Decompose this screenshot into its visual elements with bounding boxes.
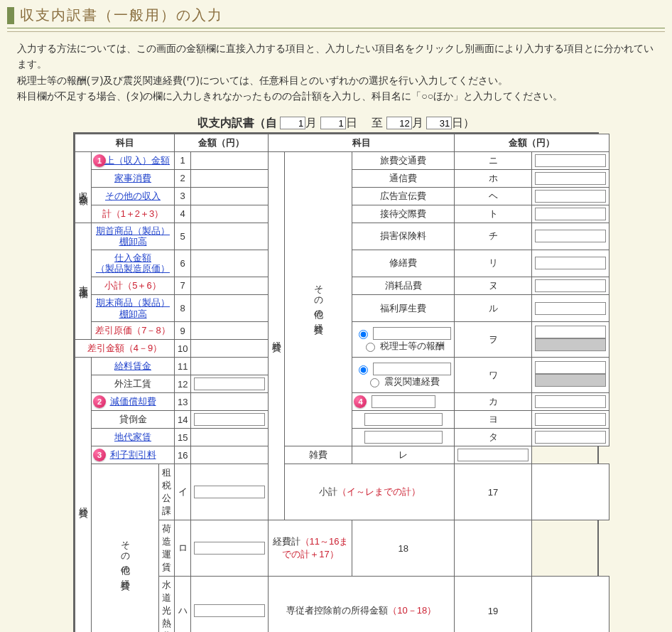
month-from[interactable] bbox=[280, 117, 305, 129]
amount-input[interactable] bbox=[535, 154, 606, 167]
page-title: 収支内訳書（一般用）の入力 bbox=[20, 6, 223, 25]
badge-2: 2 bbox=[93, 395, 106, 408]
amount-input[interactable] bbox=[535, 395, 606, 408]
disabled-amount bbox=[535, 374, 606, 387]
section-cogs: 売上原価 bbox=[75, 223, 92, 340]
date-line: 収支内訳書（自 月 日 至 月 日） bbox=[0, 116, 672, 131]
amount-input[interactable] bbox=[194, 604, 265, 617]
amount-input[interactable] bbox=[535, 431, 606, 444]
amount-input[interactable] bbox=[535, 190, 606, 203]
item-kajishohi[interactable]: 家事消費 bbox=[114, 173, 151, 183]
disabled-amount bbox=[535, 338, 606, 351]
amount-input[interactable] bbox=[535, 413, 606, 426]
amount-input[interactable] bbox=[194, 377, 265, 390]
breakdown-table: 科目 金額（円） 科目 金額（円） 収入金額 1売上（収入）金額 1 経費 その… bbox=[75, 134, 609, 632]
item-shiire[interactable]: 仕入金額（製品製造原価） bbox=[96, 252, 170, 274]
item-kyuryo[interactable]: 給料賃金 bbox=[114, 360, 151, 371]
amount-input[interactable] bbox=[535, 279, 606, 292]
item-genka[interactable]: 減価償却費 bbox=[110, 396, 156, 407]
amount-input[interactable] bbox=[535, 302, 606, 315]
section-other-expense-left: その他の経費 bbox=[92, 464, 159, 632]
amount-input[interactable] bbox=[535, 172, 606, 185]
badge-3: 3 bbox=[93, 449, 106, 461]
section-other-expense-right: その他の経費 bbox=[285, 151, 352, 446]
item-kimatsu[interactable]: 期末商品（製品）棚卸高 bbox=[96, 297, 170, 319]
amount-input[interactable] bbox=[535, 208, 606, 220]
item-jidai[interactable]: 地代家賃 bbox=[114, 432, 151, 442]
day-from[interactable] bbox=[320, 117, 346, 129]
day-to[interactable] bbox=[426, 117, 452, 129]
amount-input[interactable] bbox=[194, 413, 265, 426]
amount-input[interactable] bbox=[194, 486, 265, 498]
title-mark bbox=[7, 7, 14, 24]
section-expense-right: 経費 bbox=[269, 151, 285, 520]
custom-item-ta[interactable] bbox=[364, 431, 443, 444]
amount-input[interactable] bbox=[535, 361, 606, 374]
item-other-income[interactable]: その他の収入 bbox=[105, 191, 161, 201]
item-sales[interactable]: 売上（収入）金額 bbox=[96, 155, 170, 166]
custom-item-wo[interactable] bbox=[373, 327, 451, 340]
month-to[interactable] bbox=[386, 117, 412, 129]
amount-input[interactable] bbox=[535, 326, 606, 338]
custom-item-ka[interactable] bbox=[372, 395, 435, 408]
item-kishu[interactable]: 期首商品（製品）棚卸高 bbox=[96, 225, 170, 247]
amount-input[interactable] bbox=[535, 257, 606, 269]
badge-1: 1 bbox=[93, 154, 106, 167]
section-income: 収入金額 bbox=[75, 151, 92, 223]
intro-text: 入力する方法については、この画面の金額欄に直接入力する項目と、入力したい項目名を… bbox=[0, 41, 672, 116]
radio-shinsai[interactable] bbox=[370, 378, 379, 387]
radio-custom-wa[interactable] bbox=[359, 365, 368, 375]
badge-4: 4 bbox=[354, 395, 367, 408]
amount-input[interactable] bbox=[535, 230, 606, 242]
radio-custom-wo[interactable] bbox=[359, 330, 368, 339]
section-expense-left: 経費 bbox=[75, 358, 92, 632]
amount-input[interactable] bbox=[194, 542, 265, 555]
custom-item-wa[interactable] bbox=[373, 363, 451, 375]
item-rishi[interactable]: 利子割引料 bbox=[110, 449, 156, 460]
radio-zeirishi[interactable] bbox=[366, 343, 375, 352]
custom-item-yo[interactable] bbox=[364, 413, 443, 426]
amount-input[interactable] bbox=[457, 449, 529, 461]
